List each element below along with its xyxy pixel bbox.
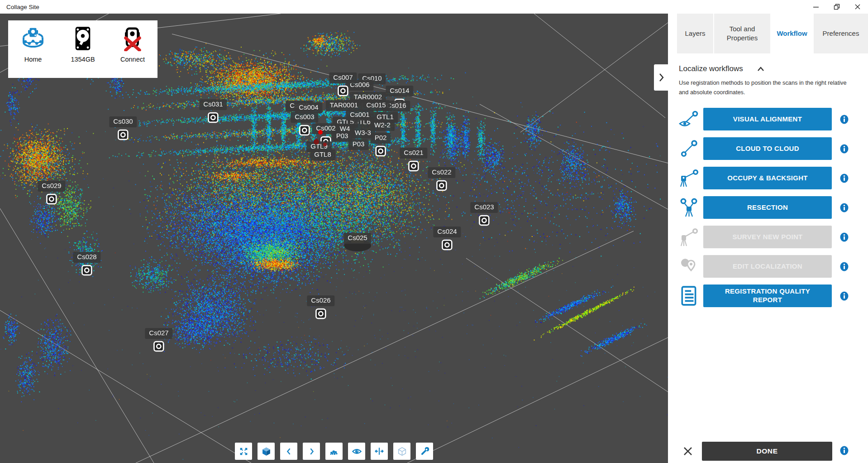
scan-label: Cs026 [307, 295, 334, 306]
collapse-chevron-icon[interactable] [757, 66, 765, 72]
workflow-button-registration-quality-report[interactable]: REGISTRATION QUALITY REPORT [703, 285, 832, 307]
wireframe-cube-button[interactable] [393, 443, 410, 460]
chevron-right-button[interactable] [303, 443, 320, 460]
info-icon[interactable] [840, 446, 849, 457]
minimize-icon [812, 3, 820, 11]
eye-link-icon [679, 110, 700, 129]
side-panel: LayersTool and PropertiesWorkflowPrefere… [668, 14, 868, 463]
toolbar-item-label: Connect [120, 56, 145, 63]
workflow-row: VISUAL ALIGNMENT [679, 108, 868, 130]
scan-marker-cs015[interactable]: Cs015 [362, 100, 390, 111]
scan-label: Cs028 [73, 252, 100, 263]
info-icon[interactable] [840, 203, 849, 212]
scan-station-icon [207, 112, 219, 123]
scan-label: Cs003 [291, 112, 318, 123]
panel-expand-button[interactable] [654, 64, 668, 91]
workflow-row: OCCUPY & BACKSIGHT [679, 167, 868, 189]
point-cloud-button[interactable] [325, 443, 343, 460]
window-title: Collage Site [6, 4, 39, 10]
workflow-button-cloud-to-cloud[interactable]: CLOUD TO CLOUD [703, 137, 832, 160]
scan-marker-cs027[interactable]: Cs027 [145, 328, 172, 352]
scan-label: Cs014 [386, 86, 413, 96]
report-icon [679, 286, 700, 306]
close-button[interactable] [847, 0, 868, 14]
panel-tabs: LayersTool and PropertiesWorkflowPrefere… [668, 14, 868, 53]
title-bar: Collage Site [0, 0, 868, 14]
workflow-button-resection[interactable]: RESECTION [703, 196, 832, 219]
scan-marker-cs028[interactable]: Cs028 [73, 252, 100, 276]
scan-marker-w3-3[interactable]: W3-3 [351, 128, 375, 139]
tab-workflow[interactable]: Workflow [771, 14, 813, 53]
scan-station-icon [436, 180, 447, 191]
wrench-button[interactable] [416, 443, 433, 460]
wireframe-cube-icon [397, 447, 407, 456]
scan-station-icon [375, 145, 386, 157]
section-title: Localize workflows [679, 64, 743, 73]
workflow-button-edit-localization: EDIT LOCALIZATION [703, 255, 832, 278]
eye-button[interactable] [348, 443, 365, 460]
scan-label: Cs023 [470, 202, 498, 213]
split-view-icon [374, 446, 384, 456]
scan-marker-cs022[interactable]: Cs022 [428, 167, 455, 191]
scan-label: Cs024 [433, 227, 461, 237]
scan-marker-cs004[interactable]: Cs004 [295, 102, 322, 113]
chevron-left-button[interactable] [280, 443, 297, 460]
done-button[interactable]: DONE [702, 442, 832, 461]
view-toolbar [235, 443, 433, 460]
cube-view-button[interactable] [258, 443, 275, 460]
scan-marker-cs001[interactable]: Cs001 [346, 110, 373, 121]
scan-label: Cs015 [362, 100, 390, 111]
toolbar-item-home[interactable]: Home [10, 26, 56, 63]
scan-marker-cs025[interactable]: Cs025 [343, 233, 371, 244]
toolbar-item-label: Home [24, 56, 42, 63]
viewport-3d[interactable]: Home 1354GB Connect Cs029 Cs030 Cs031 Cs… [0, 14, 668, 463]
info-icon[interactable] [840, 115, 849, 124]
target-dot [323, 143, 327, 146]
tab-tool-and-properties[interactable]: Tool and Properties [714, 14, 770, 53]
minimize-button[interactable] [806, 0, 826, 14]
workflow-button-visual-alignment[interactable]: VISUAL ALIGNMENT [703, 108, 832, 130]
restore-icon [833, 3, 841, 11]
fit-view-button[interactable] [235, 443, 252, 460]
cloud-link-icon [679, 139, 700, 158]
scan-marker-cs021[interactable]: Cs021 [400, 148, 427, 172]
scan-label: Cs030 [109, 116, 137, 127]
scan-marker-p03[interactable]: P03 [348, 139, 369, 150]
info-icon[interactable] [840, 262, 849, 271]
toolbar-item-label: 1354GB [71, 56, 95, 63]
split-view-button[interactable] [371, 443, 388, 460]
scan-marker-cs030[interactable]: Cs030 [109, 116, 137, 140]
scan-marker-cs026[interactable]: Cs026 [307, 295, 334, 319]
workflow-row: RESECTION [679, 196, 868, 219]
scan-marker-cs024[interactable]: Cs024 [433, 227, 461, 251]
scan-label: Cs029 [38, 181, 65, 192]
scan-label: P03 [348, 139, 369, 150]
app-window: Collage Site Home [0, 0, 868, 463]
tab-preferences[interactable]: Preferences [814, 14, 868, 53]
scan-marker-gtl8[interactable]: GTL8 [310, 150, 335, 160]
tab-layers[interactable]: Layers [677, 14, 713, 53]
scanner-disconnected-icon [120, 26, 145, 53]
scan-station-icon [81, 265, 92, 276]
target-dot [318, 130, 323, 135]
toolbar-item-connect[interactable]: Connect [110, 26, 155, 63]
scan-station-icon [315, 308, 326, 319]
scan-marker-cs029[interactable]: Cs029 [38, 181, 65, 205]
info-icon[interactable] [840, 174, 849, 183]
scan-marker-tar0001[interactable]: TAR0001 [326, 100, 362, 111]
workflow-close-button[interactable] [682, 446, 693, 457]
panel-footer: DONE [668, 442, 868, 461]
scan-station-icon [299, 125, 310, 136]
info-icon[interactable] [840, 291, 849, 301]
restore-button[interactable] [826, 0, 847, 14]
chevron-right-icon [657, 72, 665, 83]
scan-marker-cs023[interactable]: Cs023 [470, 202, 498, 226]
info-icon[interactable] [840, 232, 849, 242]
workflow-button-occupy-backsight[interactable]: OCCUPY & BACKSIGHT [703, 167, 832, 189]
scan-marker-cs031[interactable]: Cs031 [199, 99, 227, 123]
toolbar-item-1354gb[interactable]: 1354GB [60, 26, 105, 63]
window-controls [806, 0, 868, 14]
eye-icon [352, 446, 362, 457]
info-icon[interactable] [840, 144, 849, 154]
section-description: Use registration methods to position the… [679, 78, 856, 97]
